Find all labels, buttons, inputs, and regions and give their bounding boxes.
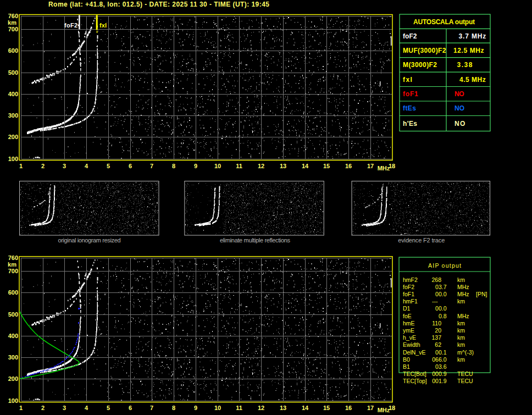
svg-text:B0: B0 bbox=[403, 356, 410, 363]
svg-text:TECU: TECU bbox=[457, 370, 473, 377]
svg-text:11: 11 bbox=[236, 163, 242, 169]
svg-text:ftEs: ftEs bbox=[403, 104, 416, 112]
svg-text:TEC[Top]: TEC[Top] bbox=[403, 378, 427, 384]
svg-text:fxI: fxI bbox=[99, 22, 107, 29]
svg-text:3: 3 bbox=[63, 163, 66, 169]
svg-text:foF1: foF1 bbox=[403, 90, 418, 98]
svg-text:DelN_vE: DelN_vE bbox=[403, 349, 425, 356]
svg-text:TECU: TECU bbox=[457, 378, 473, 384]
svg-text:h_vE: h_vE bbox=[403, 334, 416, 341]
svg-text:km: km bbox=[457, 334, 465, 341]
svg-text:03.6: 03.6 bbox=[435, 363, 447, 370]
svg-text:001.9: 001.9 bbox=[432, 378, 446, 384]
svg-text:km: km bbox=[457, 341, 465, 348]
svg-text:3.7 MHz: 3.7 MHz bbox=[459, 32, 486, 40]
svg-text:10: 10 bbox=[214, 163, 221, 169]
svg-text:400: 400 bbox=[8, 91, 18, 97]
svg-text:foF2: foF2 bbox=[403, 284, 414, 290]
svg-text:m^(-3): m^(-3) bbox=[457, 349, 474, 356]
svg-text:7: 7 bbox=[150, 163, 153, 169]
svg-text:M(3000)F2: M(3000)F2 bbox=[403, 61, 437, 69]
svg-text:16: 16 bbox=[345, 163, 352, 169]
svg-text:foF2: foF2 bbox=[64, 22, 77, 29]
svg-text:MUF(3000)F2: MUF(3000)F2 bbox=[403, 47, 446, 54]
svg-text:4: 4 bbox=[85, 163, 88, 169]
svg-text:500: 500 bbox=[8, 69, 18, 76]
svg-text:MHz: MHz bbox=[457, 313, 469, 319]
svg-text:100: 100 bbox=[8, 156, 18, 162]
svg-text:15: 15 bbox=[323, 163, 330, 169]
svg-text:0.8: 0.8 bbox=[439, 313, 447, 319]
svg-text:12.5 MHz: 12.5 MHz bbox=[453, 47, 484, 54]
svg-text:fxI: fxI bbox=[403, 76, 412, 84]
svg-text:km: km bbox=[8, 19, 16, 26]
svg-text:km: km bbox=[457, 276, 465, 283]
svg-text:foF1: foF1 bbox=[403, 291, 414, 297]
svg-text:14: 14 bbox=[302, 163, 309, 169]
svg-text:5: 5 bbox=[107, 163, 110, 169]
svg-text:---: --- bbox=[432, 298, 438, 305]
svg-text:[PN]: [PN] bbox=[476, 291, 487, 297]
svg-text:NO: NO bbox=[455, 90, 464, 98]
svg-text:03.7: 03.7 bbox=[435, 284, 447, 290]
svg-text:km: km bbox=[457, 320, 465, 327]
svg-text:NO: NO bbox=[455, 104, 464, 112]
svg-text:268: 268 bbox=[431, 276, 441, 283]
svg-text:3.38: 3.38 bbox=[457, 61, 473, 69]
svg-text:700: 700 bbox=[8, 26, 18, 32]
svg-text:62: 62 bbox=[435, 341, 441, 348]
svg-text:B1: B1 bbox=[403, 363, 410, 370]
svg-text:evidence F2 trace: evidence F2 trace bbox=[398, 237, 445, 244]
svg-text:km: km bbox=[457, 356, 465, 363]
svg-text:6: 6 bbox=[129, 163, 132, 169]
svg-text:Ewidth: Ewidth bbox=[403, 341, 420, 348]
svg-text:4.5 MHz: 4.5 MHz bbox=[459, 76, 486, 84]
svg-text:foE: foE bbox=[403, 313, 412, 319]
svg-text:hmF1: hmF1 bbox=[403, 298, 418, 305]
svg-text:MHz: MHz bbox=[378, 165, 390, 171]
svg-text:300: 300 bbox=[8, 112, 18, 119]
svg-text:200: 200 bbox=[8, 134, 18, 140]
svg-text:hmE: hmE bbox=[403, 320, 415, 327]
svg-text:600: 600 bbox=[8, 47, 18, 54]
svg-text:12: 12 bbox=[258, 163, 264, 169]
svg-text:17: 17 bbox=[367, 163, 374, 169]
svg-text:137: 137 bbox=[431, 334, 441, 341]
svg-text:ymE: ymE bbox=[403, 327, 414, 334]
svg-text:hmF2: hmF2 bbox=[403, 276, 418, 283]
svg-text:1: 1 bbox=[19, 163, 23, 169]
svg-text:110: 110 bbox=[432, 320, 441, 327]
svg-text:AIP output: AIP output bbox=[428, 262, 461, 269]
svg-text:8: 8 bbox=[172, 163, 175, 169]
svg-text:MHz: MHz bbox=[457, 284, 469, 290]
svg-text:00.0: 00.0 bbox=[435, 305, 447, 312]
svg-text:000.9: 000.9 bbox=[432, 370, 446, 377]
svg-text:760: 760 bbox=[8, 13, 18, 19]
svg-text:9: 9 bbox=[194, 163, 197, 169]
svg-text:D1: D1 bbox=[403, 305, 411, 312]
svg-text:original ionogram resized: original ionogram resized bbox=[58, 237, 121, 244]
svg-text:066.0: 066.0 bbox=[432, 356, 446, 363]
svg-text:TEC[Bot]: TEC[Bot] bbox=[403, 370, 426, 377]
svg-text:00.0: 00.0 bbox=[435, 291, 447, 297]
svg-text:00.1: 00.1 bbox=[435, 349, 447, 356]
svg-text:eliminate multiple reflections: eliminate multiple reflections bbox=[220, 237, 291, 244]
svg-text:km: km bbox=[457, 298, 465, 305]
svg-text:20: 20 bbox=[435, 327, 441, 334]
svg-text:NO: NO bbox=[455, 120, 465, 128]
svg-text:foF2: foF2 bbox=[403, 32, 417, 40]
svg-text:2: 2 bbox=[41, 163, 45, 169]
svg-text:AUTOSCALA output: AUTOSCALA output bbox=[413, 18, 475, 26]
svg-text:h'Es: h'Es bbox=[403, 120, 417, 128]
svg-text:13: 13 bbox=[280, 163, 286, 169]
svg-text:MHz: MHz bbox=[457, 291, 469, 297]
svg-text:Rome (lat: +41.8, lon: 012.5): Rome (lat: +41.8, lon: 012.5) - DATE: 20… bbox=[48, 1, 269, 8]
svg-text:km: km bbox=[457, 327, 465, 334]
